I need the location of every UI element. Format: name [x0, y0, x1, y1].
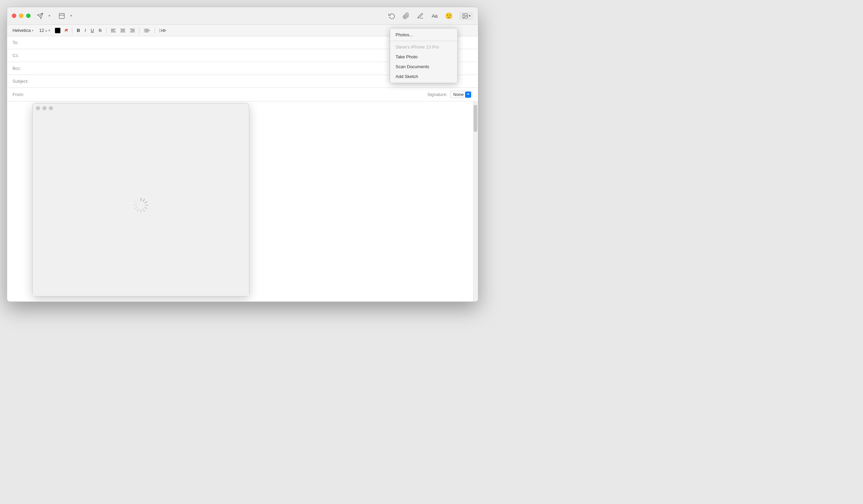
align-center-button[interactable] — [119, 28, 127, 33]
scan-documents-menu-item[interactable]: Scan Documents — [390, 62, 457, 72]
traffic-lights — [12, 14, 30, 18]
compose-icon-button[interactable] — [58, 12, 66, 20]
signature-selector[interactable]: None — [450, 91, 473, 98]
send-dropdown-button[interactable]: ▾ — [47, 12, 52, 20]
svg-point-19 — [144, 32, 145, 32]
toolbar-separator-4 — [155, 27, 155, 34]
toolbar-separator-3 — [139, 27, 139, 34]
lp-dot-1 — [36, 106, 40, 110]
menu-separator-1 — [390, 41, 457, 41]
indent-dropdown-arrow: ▾ — [165, 29, 166, 32]
to-label: To: — [13, 40, 31, 45]
svg-rect-2 — [59, 13, 64, 18]
photos-menu-item[interactable]: Photos... — [390, 30, 457, 40]
from-signature-row: From: Signature: None — [7, 88, 478, 101]
font-family-label: Helvetica — [13, 28, 30, 33]
titlebar: ▾ ▾ — [7, 7, 478, 25]
compose-dropdown-button[interactable]: ▾ — [68, 12, 74, 20]
font-size-selector[interactable]: 12 ▲▼ — [38, 27, 52, 34]
mail-compose-window: ▾ ▾ — [7, 7, 478, 302]
loading-panel-titlebar — [33, 103, 249, 113]
align-left-button[interactable] — [109, 28, 117, 33]
titlebar-right: Aa 🙂 ▾ — [388, 12, 473, 20]
markup-button[interactable] — [416, 12, 424, 20]
device-label: Steve's iPhone 13 Pro — [390, 42, 457, 52]
font-size-label: 12 — [39, 28, 44, 33]
subject-label: Subject: — [13, 79, 31, 84]
loading-spinner — [134, 198, 148, 211]
font-size-stepper[interactable]: ▲▼ — [45, 29, 51, 32]
strikethrough-button[interactable]: S — [97, 27, 103, 34]
scrollbar-thumb[interactable] — [474, 105, 477, 132]
underline-button[interactable]: U — [89, 27, 95, 34]
signature-select[interactable]: None — [450, 91, 473, 98]
attachment-button[interactable] — [402, 12, 410, 20]
loading-panel-body — [33, 113, 249, 296]
list-button[interactable]: ▾ — [142, 28, 152, 33]
list-dropdown-arrow: ▾ — [149, 29, 150, 32]
toolbar-separator-2 — [106, 27, 107, 34]
clear-format-icon: A — [65, 28, 68, 33]
titlebar-actions: ▾ ▾ — [36, 12, 74, 20]
take-photo-menu-item[interactable]: Take Photo — [390, 52, 457, 62]
font-color-swatch[interactable] — [55, 28, 60, 33]
signature-area: Signature: None — [427, 91, 473, 98]
fullscreen-button[interactable] — [26, 14, 30, 18]
from-label: From: — [13, 92, 31, 97]
scrollbar-track[interactable] — [473, 101, 478, 302]
svg-point-17 — [144, 30, 145, 31]
font-family-selector[interactable]: Helvetica ▾ — [11, 27, 35, 34]
minimize-button[interactable] — [19, 14, 23, 18]
indent-button[interactable]: ▾ — [158, 28, 168, 33]
send-button[interactable] — [36, 12, 44, 20]
font-family-chevron: ▾ — [32, 29, 34, 32]
loading-panel — [32, 103, 249, 297]
lp-dot-2 — [42, 106, 47, 110]
svg-point-15 — [144, 29, 145, 29]
emoji-button[interactable]: 🙂 — [445, 12, 453, 20]
undo-button[interactable] — [388, 12, 396, 20]
add-sketch-menu-item[interactable]: Add Sketch — [390, 72, 457, 81]
signature-label: Signature: — [427, 92, 448, 97]
bold-button[interactable]: B — [75, 27, 82, 34]
photo-insert-dropdown: Photos... Steve's iPhone 13 Pro Take Pho… — [390, 28, 458, 83]
align-right-button[interactable] — [128, 28, 136, 33]
italic-button[interactable]: I — [83, 27, 88, 34]
compose-body[interactable] — [7, 101, 478, 302]
lp-dot-3 — [49, 106, 53, 110]
toolbar-separator-1 — [72, 27, 72, 34]
bcc-label: Bcc: — [13, 66, 31, 71]
cc-label: Cc: — [13, 53, 31, 58]
clear-formatting-button[interactable]: A — [63, 27, 70, 34]
photo-insert-button[interactable]: ▾ — [459, 12, 473, 20]
font-button[interactable]: Aa — [430, 12, 439, 20]
svg-point-5 — [464, 15, 464, 15]
close-button[interactable] — [12, 14, 16, 18]
